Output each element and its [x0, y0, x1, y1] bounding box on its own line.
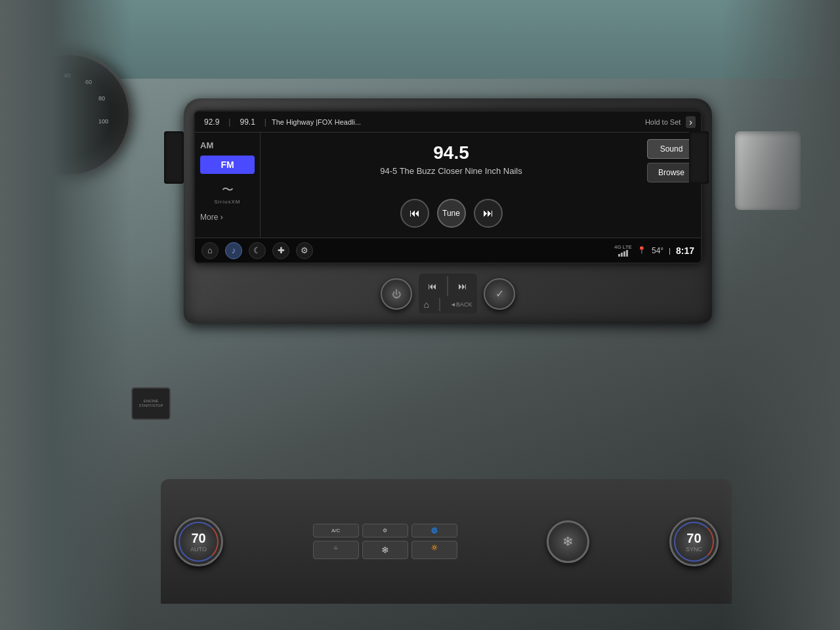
speedometer-cluster: 40 60 80 100 20 0 160: [7, 52, 151, 249]
center-panel: 94.5 94-5 The Buzz Closer Nine Inch Nail…: [261, 133, 642, 238]
left-temp-value: 70: [191, 531, 205, 546]
sound-button[interactable]: Sound: [647, 139, 696, 159]
media-controls-bar: ⏮ ⏭ ⌂ ◄BACK: [419, 274, 478, 314]
right-panel-overlay: [722, 0, 840, 630]
station-frequency: 94.5: [380, 142, 522, 163]
am-label[interactable]: AM: [200, 140, 255, 150]
nav-phone-icon[interactable]: ☾: [249, 242, 266, 259]
next-button[interactable]: ⏭: [474, 199, 503, 228]
playback-controls: ⏮ Tune ⏭: [400, 199, 503, 228]
signal-bar-3: [623, 251, 625, 257]
check-icon: ✓: [495, 287, 504, 300]
engine-button-label: ENGINE START/STOP: [133, 399, 169, 408]
fan-speed-button[interactable]: 🌀: [411, 524, 457, 537]
hvac-buttons: A/C ⚙ 🌀 ♨ ❄ 🔆: [313, 524, 457, 559]
more-button[interactable]: More ›: [200, 213, 255, 222]
nav-map-icon[interactable]: ✚: [272, 242, 289, 259]
fan-center-knob: ❄: [362, 541, 408, 559]
heat-button[interactable]: ♨: [313, 541, 359, 559]
next-icon: ⏭: [483, 207, 494, 219]
lte-label: 4G LTE: [614, 245, 632, 250]
fan-icon: ❄: [381, 545, 389, 555]
nav-music-icon[interactable]: ♪: [225, 242, 242, 259]
right-vent: [689, 131, 709, 184]
preset-2[interactable]: 99.1: [236, 116, 259, 128]
rear-defrost-button[interactable]: 🔆: [411, 541, 457, 559]
nav-home-icon[interactable]: ⌂: [201, 242, 219, 259]
preset-arrow[interactable]: ›: [686, 116, 696, 128]
back-button[interactable]: ◄BACK: [450, 301, 472, 308]
location-icon: 📍: [637, 246, 646, 255]
temperature-display: 54°: [652, 246, 663, 255]
signal-bars: [618, 250, 628, 257]
left-temp-mode: AUTO: [190, 546, 207, 553]
siriusxm-icon[interactable]: 〜 SiriusXM: [200, 182, 255, 205]
right-temp-mode: SYNC: [686, 546, 702, 553]
time-display: 8:17: [676, 245, 694, 256]
left-temp-knob[interactable]: 70 AUTO: [174, 517, 223, 566]
status-bar: ⌂ ♪ ☾ ✚ ⚙ 4G LTE: [195, 238, 701, 262]
hold-to-set[interactable]: Hold to Set: [645, 118, 681, 126]
preset-bar: 92.9 | 99.1 | The Highway |FOX Headli...…: [195, 112, 701, 133]
engine-start-stop-button[interactable]: ENGINE START/STOP: [131, 387, 171, 420]
home-icon-physical[interactable]: ⌂: [424, 299, 429, 310]
media-divider: [447, 276, 448, 296]
hvac-area: 70 AUTO A/C ⚙ 🌀 ♨ ❄ 🔆 ❄ 70 SYNC: [161, 479, 732, 604]
physical-controls: ⏻ ⏮ ⏭ ⌂ ◄BACK ✓: [194, 274, 702, 314]
infotainment-screen: 92.9 | 99.1 | The Highway |FOX Headli...…: [194, 110, 702, 264]
left-panel: AM FM 〜 SiriusXM More ›: [195, 133, 261, 238]
center-bezel: 92.9 | 99.1 | The Highway |FOX Headli...…: [184, 98, 712, 324]
fan-knob[interactable]: ❄: [547, 520, 589, 563]
media-top-row: ⏮ ⏭: [428, 276, 467, 296]
tune-button[interactable]: Tune: [437, 199, 466, 228]
media-prev-button[interactable]: ⏮: [428, 281, 437, 291]
signal-bar-4: [626, 250, 628, 257]
station-description: 94-5 The Buzz Closer Nine Inch Nails: [380, 166, 522, 176]
fm-button[interactable]: FM: [200, 156, 255, 174]
door-handle-area: [735, 131, 801, 210]
station-info: 94.5 94-5 The Buzz Closer Nine Inch Nail…: [380, 142, 522, 176]
power-knob[interactable]: ⏻: [381, 278, 412, 310]
sirius-symbol: 〜: [222, 182, 234, 198]
vent-sync-button[interactable]: ⚙: [362, 524, 408, 537]
media-next-button[interactable]: ⏭: [458, 281, 467, 291]
signal-bar-1: [618, 254, 620, 257]
sirius-text: SiriusXM: [214, 199, 240, 205]
status-right: 4G LTE 📍 54° | 8:17: [614, 245, 694, 257]
main-content-area: AM FM 〜 SiriusXM More › 94.5 94-5 The Bu…: [195, 133, 701, 238]
right-temp-knob[interactable]: 70 SYNC: [669, 517, 719, 566]
tune-label: Tune: [442, 209, 460, 218]
nav-settings-icon[interactable]: ⚙: [296, 242, 313, 259]
preset-1[interactable]: 92.9: [200, 116, 223, 128]
check-knob[interactable]: ✓: [484, 278, 515, 310]
nav-icons: ⌂ ♪ ☾ ✚ ⚙: [201, 242, 313, 259]
signal-bar-2: [621, 253, 623, 257]
prev-icon: ⏮: [410, 207, 420, 219]
fan-knob-icon: ❄: [562, 534, 574, 549]
right-temp-value: 70: [686, 531, 701, 546]
status-divider: |: [669, 247, 671, 255]
left-vent: [164, 131, 184, 184]
prev-button[interactable]: ⏮: [400, 199, 429, 228]
signal-strength: 4G LTE: [614, 245, 632, 257]
station-name-preset: The Highway |FOX Headli...: [272, 118, 640, 126]
ac-button[interactable]: A/C: [313, 524, 359, 537]
power-icon: ⏻: [392, 289, 401, 299]
browse-button[interactable]: Browse: [647, 163, 696, 182]
media-bottom-row: ⌂ ◄BACK: [424, 298, 472, 311]
media-divider-2: [439, 298, 440, 311]
speedometer-dial: 40 60 80 100 20 0 160: [7, 52, 131, 177]
car-interior: 40 60 80 100 20 0 160 92.9 | 99.1 | The …: [0, 0, 840, 630]
